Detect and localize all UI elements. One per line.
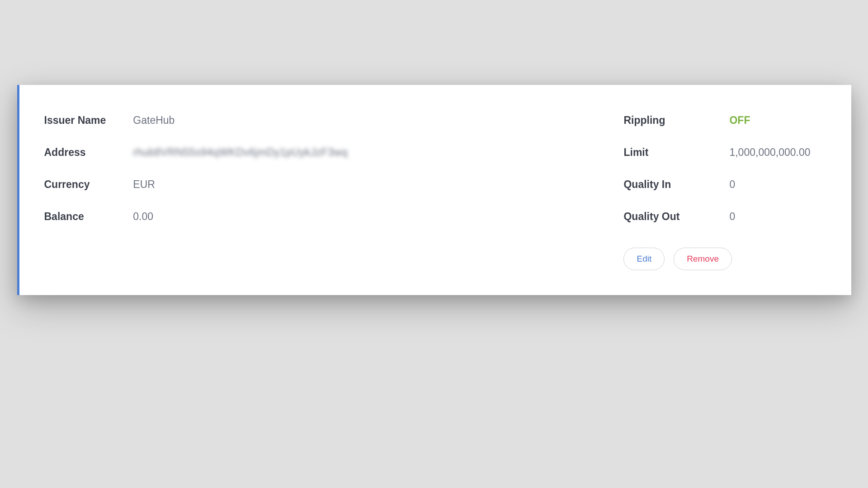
edit-button[interactable]: Edit xyxy=(623,248,665,270)
right-values: OFF 1,000,000,000.00 0 0 xyxy=(729,114,810,223)
balance-value: 0.00 xyxy=(133,211,348,223)
left-labels: Issuer Name Address Currency Balance xyxy=(44,114,106,270)
remove-button[interactable]: Remove xyxy=(674,248,732,270)
right-section: Rippling Limit Quality In Quality Out OF… xyxy=(623,114,821,270)
limit-label: Limit xyxy=(623,146,679,159)
detail-content: Issuer Name Address Currency Balance Gat… xyxy=(44,114,822,270)
currency-label: Currency xyxy=(44,178,106,191)
balance-label: Balance xyxy=(44,211,106,223)
address-value: rhub8VRN55s94qWKDv6jmDy1pUykJzF3wq xyxy=(133,146,348,159)
quality-in-value: 0 xyxy=(729,178,810,191)
rippling-label: Rippling xyxy=(623,114,679,127)
quality-out-value: 0 xyxy=(729,211,810,223)
right-labels: Rippling Limit Quality In Quality Out xyxy=(623,114,679,223)
currency-value: EUR xyxy=(133,178,348,191)
rippling-value: OFF xyxy=(729,114,810,127)
left-column: Issuer Name Address Currency Balance Gat… xyxy=(44,114,348,270)
address-label: Address xyxy=(44,146,106,159)
action-buttons: Edit Remove xyxy=(623,248,821,270)
quality-out-label: Quality Out xyxy=(623,211,679,223)
limit-value: 1,000,000,000.00 xyxy=(729,146,810,159)
left-values: GateHub rhub8VRN55s94qWKDv6jmDy1pUykJzF3… xyxy=(133,114,348,270)
issuer-name-value: GateHub xyxy=(133,114,348,127)
right-column: Rippling Limit Quality In Quality Out OF… xyxy=(623,114,810,223)
quality-in-label: Quality In xyxy=(623,178,679,191)
trustline-detail-card: Issuer Name Address Currency Balance Gat… xyxy=(17,85,851,295)
issuer-name-label: Issuer Name xyxy=(44,114,106,127)
